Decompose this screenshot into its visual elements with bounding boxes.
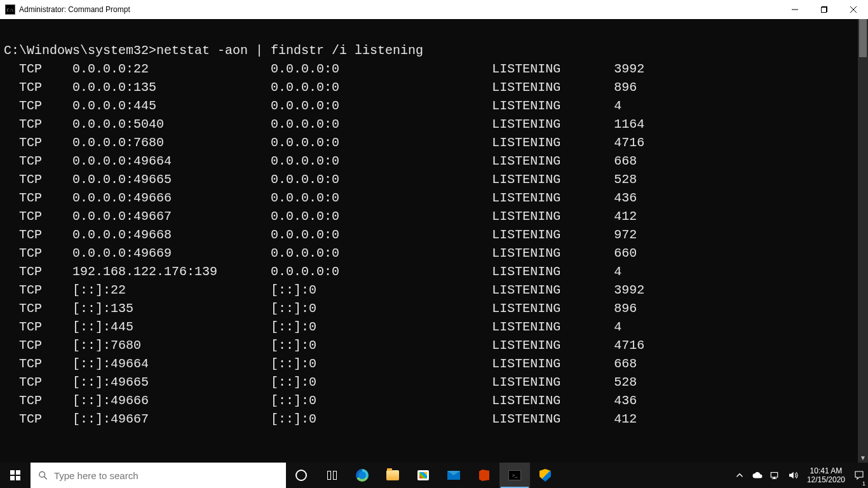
scroll-down-arrow-icon[interactable]: ▼ xyxy=(858,452,868,463)
minimize-button[interactable] xyxy=(780,0,810,19)
security-button[interactable] xyxy=(530,463,560,488)
maximize-button[interactable] xyxy=(810,0,839,19)
cortana-button[interactable] xyxy=(286,463,316,488)
system-tray: 10:41 AM 12/15/2020 1 xyxy=(731,463,868,488)
folder-icon xyxy=(386,470,399,480)
store-icon xyxy=(417,470,429,480)
task-view-button[interactable] xyxy=(316,463,347,488)
terminal-area[interactable]: C:\Windows\system32>netstat -aon | finds… xyxy=(0,19,868,463)
terminal-scrollbar[interactable]: ▲ ▼ xyxy=(858,19,868,463)
window-title: Administrator: Command Prompt xyxy=(19,5,130,14)
tray-overflow-button[interactable] xyxy=(731,463,749,488)
notification-icon xyxy=(853,470,865,481)
taskbar-search[interactable] xyxy=(31,463,286,488)
cmd-app-icon xyxy=(5,4,15,15)
edge-button[interactable] xyxy=(347,463,377,488)
svg-rect-7 xyxy=(10,476,15,480)
edge-icon xyxy=(356,469,369,482)
cmd-icon xyxy=(508,470,521,480)
network-tray-button[interactable] xyxy=(766,463,784,488)
notification-badge: 1 xyxy=(862,480,865,487)
clock-date: 12/15/2020 xyxy=(807,475,845,484)
taskbar-clock[interactable]: 10:41 AM 12/15/2020 xyxy=(802,466,850,485)
volume-tray-button[interactable] xyxy=(784,463,802,488)
microsoft-store-button[interactable] xyxy=(408,463,438,488)
search-input[interactable] xyxy=(54,463,278,488)
chevron-up-icon xyxy=(734,470,745,481)
office-button[interactable] xyxy=(469,463,499,488)
mail-icon xyxy=(447,471,460,480)
svg-rect-5 xyxy=(10,470,15,475)
onedrive-tray-button[interactable] xyxy=(749,463,766,488)
action-center-button[interactable]: 1 xyxy=(850,463,868,488)
cloud-icon xyxy=(752,470,763,481)
window-titlebar: Administrator: Command Prompt xyxy=(0,0,868,19)
close-button[interactable] xyxy=(839,0,868,19)
svg-line-10 xyxy=(44,477,46,479)
taskbar: 10:41 AM 12/15/2020 1 xyxy=(0,463,868,488)
shield-icon xyxy=(539,469,551,482)
file-explorer-button[interactable] xyxy=(377,463,408,488)
task-view-icon xyxy=(327,471,337,480)
clock-time: 10:41 AM xyxy=(807,466,845,475)
network-icon xyxy=(770,470,781,481)
cortana-icon xyxy=(295,470,307,481)
svg-rect-2 xyxy=(822,8,827,13)
command-prompt-taskbar-button[interactable] xyxy=(499,463,530,488)
terminal-output[interactable]: C:\Windows\system32>netstat -aon | finds… xyxy=(0,19,858,463)
scrollbar-thumb[interactable] xyxy=(859,19,867,57)
svg-rect-11 xyxy=(771,473,778,478)
taskbar-pinned-apps xyxy=(286,463,560,488)
svg-rect-6 xyxy=(16,470,20,475)
office-icon xyxy=(479,470,489,481)
svg-rect-8 xyxy=(16,476,20,480)
start-button[interactable] xyxy=(0,463,31,488)
mail-button[interactable] xyxy=(438,463,469,488)
svg-point-9 xyxy=(39,471,45,477)
search-icon xyxy=(38,470,48,480)
speaker-icon xyxy=(787,470,799,481)
